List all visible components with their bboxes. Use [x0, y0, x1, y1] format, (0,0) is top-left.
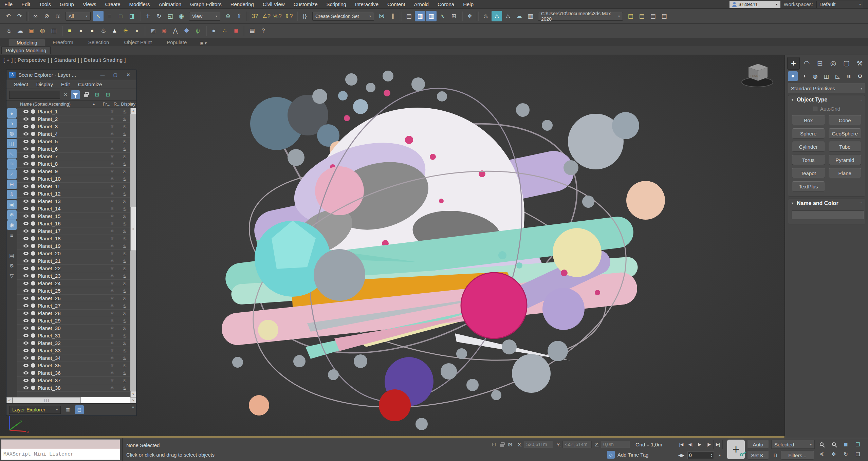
layer-name[interactable]: Planet_29: [38, 318, 105, 324]
notes-icon[interactable]: ▤: [247, 25, 257, 36]
unlink-icon[interactable]: ⊘: [41, 11, 52, 21]
renderable-icon[interactable]: ♨: [119, 243, 130, 249]
renderable-icon[interactable]: ♨: [119, 258, 130, 264]
frozen-icon[interactable]: ❄: [108, 236, 116, 241]
layer-row[interactable]: Planet_32 ❄ ♨: [17, 339, 130, 347]
renderable-icon[interactable]: ♨: [119, 273, 130, 279]
menu-item[interactable]: File: [0, 0, 17, 9]
explorer-title-bar[interactable]: 3 Scene Explorer - Layer ... — ▢ ✕: [6, 70, 136, 80]
tab-modify[interactable]: ◠: [800, 57, 813, 70]
layer-row[interactable]: Planet_31 ❄ ♨: [17, 332, 130, 339]
display-spacer[interactable]: [7, 241, 17, 250]
menu-item[interactable]: Modifiers: [125, 0, 154, 9]
layer-name[interactable]: Planet_33: [38, 348, 105, 353]
reference-coordinate-dropdown[interactable]: View ▾: [189, 12, 220, 21]
explorer-mode-dropdown[interactable]: Layer Explorer ▾: [9, 406, 61, 414]
visibility-eye-icon[interactable]: [23, 334, 29, 337]
visibility-eye-icon[interactable]: [23, 274, 29, 277]
ribbon-toggle-icon[interactable]: ▥: [426, 11, 437, 21]
material-cone-icon[interactable]: ▲: [109, 25, 120, 36]
scene-explorer-toggle-icon[interactable]: ▤: [404, 11, 414, 21]
corona-render-icon[interactable]: ♨: [4, 25, 14, 36]
cat-systems-icon[interactable]: ⚙: [855, 71, 865, 81]
material-sphere-icon[interactable]: ●: [132, 25, 142, 36]
layer-color-dot[interactable]: [31, 274, 35, 278]
maxscript-macro-row[interactable]: [1, 440, 120, 449]
frozen-icon[interactable]: ❄: [108, 296, 116, 301]
curve-editor-icon[interactable]: ∿: [437, 11, 448, 21]
ribbon-tab[interactable]: Populate: [159, 39, 194, 46]
layer-name[interactable]: Planet_11: [38, 183, 105, 189]
layer-name[interactable]: Planet_8: [38, 161, 105, 167]
angle-snap-icon[interactable]: ∠?: [261, 11, 272, 21]
frozen-icon[interactable]: ❄: [108, 318, 116, 323]
column-frozen[interactable]: Fr...: [103, 102, 110, 107]
corona-camera-icon[interactable]: ◫: [49, 25, 59, 36]
layer-row[interactable]: Planet_37 ❄ ♨: [17, 377, 130, 384]
layer-row[interactable]: Planet_36 ❄ ♨: [17, 369, 130, 377]
layer-row[interactable]: Planet_29 ❄ ♨: [17, 317, 130, 325]
autogrid-checkbox[interactable]: [813, 107, 817, 111]
viewport-label[interactable]: [ + ] [ Perspective ] [ Standard ] [ Def…: [3, 57, 126, 63]
layer-color-dot[interactable]: [31, 177, 35, 181]
show-bones-icon[interactable]: ∕: [7, 169, 17, 179]
scale-icon[interactable]: ◱: [165, 11, 176, 21]
renderable-icon[interactable]: ♨: [119, 109, 130, 114]
select-place-icon[interactable]: ◉: [176, 11, 187, 21]
object-name-field[interactable]: [792, 210, 864, 219]
visibility-eye-icon[interactable]: [23, 259, 29, 262]
layer-name[interactable]: Planet_17: [38, 228, 105, 234]
menu-item[interactable]: Content: [383, 0, 410, 9]
visibility-eye-icon[interactable]: [23, 125, 29, 128]
layer-row[interactable]: Planet_10 ❄ ♨: [17, 175, 130, 183]
horizontal-scrollbar[interactable]: < ∣∣∣ >: [6, 397, 136, 403]
layer-row[interactable]: Planet_4 ❄ ♨: [17, 130, 130, 138]
tab-display[interactable]: ▢: [840, 57, 853, 70]
show-containers-icon[interactable]: ⊟: [7, 180, 17, 189]
color-balls-icon[interactable]: ∴: [220, 25, 230, 36]
select-link-icon[interactable]: ∞: [30, 11, 41, 21]
visibility-eye-icon[interactable]: [23, 289, 29, 292]
renderable-icon[interactable]: ♨: [119, 191, 130, 197]
renderable-icon[interactable]: ♨: [119, 199, 130, 204]
toolbar-icon[interactable]: [205, 26, 207, 36]
visibility-eye-icon[interactable]: [23, 222, 29, 225]
layer-name[interactable]: Planet_19: [38, 243, 105, 249]
key-selection-dropdown[interactable]: Selected ▾: [771, 440, 815, 449]
toolbar-icon[interactable]: [461, 12, 463, 21]
show-lights-icon[interactable]: ◍: [7, 129, 17, 138]
renderable-icon[interactable]: ♨: [119, 228, 130, 234]
toolbar-icon[interactable]: [246, 12, 248, 21]
go-end-button[interactable]: ▶|: [714, 440, 723, 449]
render-production-icon[interactable]: ♨: [503, 11, 513, 21]
primitive-category-dropdown[interactable]: Standard Primitives ▾: [788, 84, 865, 93]
layer-row[interactable]: Planet_17 ❄ ♨: [17, 227, 130, 235]
explorer-menu-item[interactable]: Customize: [74, 81, 106, 87]
menu-item[interactable]: Interactive: [351, 0, 383, 9]
sun-icon[interactable]: ☀: [121, 25, 131, 36]
layer-color-dot[interactable]: [31, 311, 35, 315]
frame-spinner[interactable]: ▴▾: [711, 453, 712, 458]
transform-typein-icon[interactable]: ⊠: [506, 440, 514, 448]
derrick-icon[interactable]: ⋀: [170, 25, 181, 36]
frozen-icon[interactable]: ❄: [108, 303, 116, 308]
play-button[interactable]: ▶: [695, 440, 704, 449]
cat-cameras-icon[interactable]: ◫: [821, 71, 831, 81]
collapse-all-button[interactable]: ⊟: [104, 90, 112, 99]
snap-3d-icon[interactable]: 3?: [250, 11, 260, 21]
frozen-icon[interactable]: ❄: [108, 355, 116, 361]
menu-item[interactable]: Rendering: [226, 0, 258, 9]
menu-item[interactable]: Create: [101, 0, 125, 9]
frozen-icon[interactable]: ❄: [108, 139, 116, 144]
layer-name[interactable]: Planet_18: [38, 236, 105, 241]
explorer-column-headers[interactable]: Name (Sorted Ascending) ▲ Fr... R... Dis…: [6, 100, 136, 108]
layer-name[interactable]: Planet_10: [38, 176, 105, 182]
layer-color-dot[interactable]: [31, 378, 35, 383]
renderable-icon[interactable]: ♨: [119, 318, 130, 324]
spinner-snap-icon[interactable]: ⇕?: [283, 11, 294, 21]
layer-color-dot[interactable]: [31, 147, 35, 151]
close-button[interactable]: ✕: [123, 72, 133, 77]
layers-view-button[interactable]: ≣: [63, 405, 72, 414]
primitive-button[interactable]: TextPlus: [792, 181, 825, 191]
object-type-header[interactable]: ▼ Object Type ∷: [788, 95, 865, 104]
